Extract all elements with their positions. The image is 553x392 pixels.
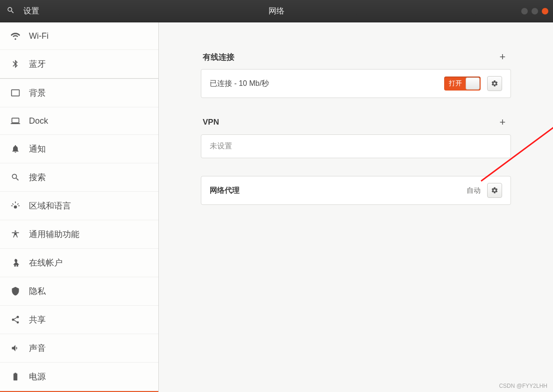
sidebar-item-wifi[interactable]: Wi-Fi <box>0 22 158 50</box>
sidebar-item-bluetooth[interactable]: 蓝牙 <box>0 50 158 78</box>
sidebar-item-label: 搜索 <box>29 172 46 183</box>
region-icon <box>10 201 21 211</box>
sidebar-item-label: 背景 <box>29 87 46 98</box>
sidebar-item-background[interactable]: 背景 <box>0 78 158 107</box>
window-title: 网络 <box>269 6 284 16</box>
sidebar-item-online-accounts[interactable]: 在线帐户 <box>0 249 158 277</box>
sidebar-item-notifications[interactable]: 通知 <box>0 135 158 163</box>
sidebar-item-label: 隐私 <box>29 286 46 297</box>
accessibility-icon <box>10 229 21 239</box>
wired-title: 有线连接 <box>203 52 234 63</box>
sidebar-item-label: 在线帐户 <box>29 257 63 268</box>
sidebar: Wi-Fi 蓝牙 背景 Dock 通知 搜索 区域和语言 通用辅 <box>0 22 159 392</box>
window-controls <box>521 8 548 14</box>
wired-settings-button[interactable] <box>487 76 502 91</box>
add-vpn-button[interactable]: + <box>496 116 509 129</box>
sidebar-item-dock[interactable]: Dock <box>0 107 158 135</box>
vpn-title: VPN <box>203 118 219 127</box>
privacy-icon <box>10 286 21 296</box>
sidebar-item-region[interactable]: 区域和语言 <box>0 192 158 220</box>
sidebar-item-privacy[interactable]: 隐私 <box>0 277 158 306</box>
minimize-button[interactable] <box>521 8 528 14</box>
wifi-icon <box>10 31 21 41</box>
proxy-section: 网络代理 自动 <box>201 176 511 205</box>
search-icon <box>10 172 21 182</box>
wired-connection-row: 已连接 - 10 Mb/秒 打开 <box>201 69 511 98</box>
sidebar-item-label: 通用辅助功能 <box>29 229 79 240</box>
content-pane: 有线连接 + 已连接 - 10 Mb/秒 打开 VPN + 未设置 <box>159 22 553 392</box>
online-accounts-icon <box>10 258 21 268</box>
bell-icon <box>10 144 21 154</box>
dock-icon <box>10 116 21 126</box>
share-icon <box>10 315 21 325</box>
proxy-mode: 自动 <box>467 186 481 195</box>
sidebar-item-sharing[interactable]: 共享 <box>0 306 158 334</box>
add-wired-button[interactable]: + <box>496 50 509 63</box>
proxy-settings-button[interactable] <box>487 183 502 198</box>
titlebar: 设置 网络 <box>0 0 553 22</box>
search-icon[interactable] <box>7 6 15 16</box>
proxy-title: 网络代理 <box>210 186 460 196</box>
sidebar-item-sound[interactable]: 声音 <box>0 334 158 363</box>
wired-toggle-label: 打开 <box>444 79 462 88</box>
sound-icon <box>10 343 21 353</box>
wired-section: 有线连接 + 已连接 - 10 Mb/秒 打开 <box>201 50 511 98</box>
sidebar-item-label: 通知 <box>29 143 46 154</box>
sidebar-item-label: 声音 <box>29 343 46 354</box>
sidebar-item-label: Wi-Fi <box>29 31 49 41</box>
vpn-section: VPN + 未设置 <box>201 116 511 158</box>
vpn-placeholder-row: 未设置 <box>201 134 511 158</box>
power-icon <box>10 371 21 382</box>
sidebar-item-label: 电源 <box>29 371 46 382</box>
vpn-placeholder: 未设置 <box>210 141 502 151</box>
sidebar-item-label: 区域和语言 <box>29 200 71 211</box>
maximize-button[interactable] <box>532 8 538 14</box>
background-icon <box>10 88 21 98</box>
sidebar-item-label: Dock <box>29 116 48 126</box>
sidebar-item-label: 共享 <box>29 314 46 325</box>
watermark: CSDN @FYY2LHH <box>499 383 547 389</box>
wired-toggle[interactable]: 打开 <box>444 77 481 91</box>
sidebar-item-label: 蓝牙 <box>29 58 46 70</box>
sidebar-item-power[interactable]: 电源 <box>0 363 158 391</box>
wired-status: 已连接 - 10 Mb/秒 <box>210 79 438 89</box>
toggle-knob <box>466 77 480 90</box>
sidebar-item-search[interactable]: 搜索 <box>0 163 158 192</box>
proxy-row[interactable]: 网络代理 自动 <box>201 176 511 205</box>
close-button[interactable] <box>542 8 548 14</box>
bluetooth-icon <box>10 59 21 69</box>
sidebar-item-accessibility[interactable]: 通用辅助功能 <box>0 220 158 249</box>
app-label: 设置 <box>23 6 39 16</box>
